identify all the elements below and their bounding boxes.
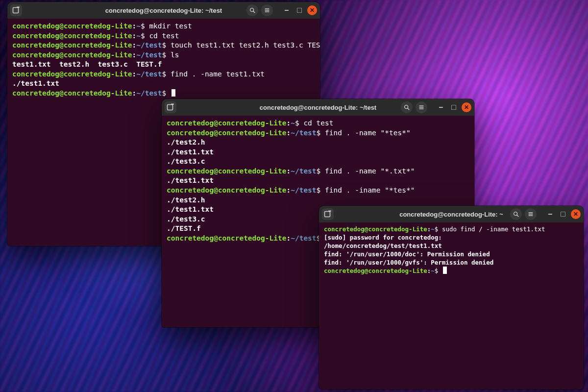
- command-text: touch test1.txt test2.h test3.c TEST.f: [171, 41, 320, 49]
- prompt-user: concretedog: [167, 234, 214, 242]
- svg-line-5: [253, 11, 255, 13]
- new-tab-button[interactable]: [10, 4, 22, 16]
- window-title: concretedog@concretedog-Lite: ~/test: [260, 104, 376, 111]
- menu-button[interactable]: [525, 208, 537, 220]
- prompt-host: concretedog-Lite: [368, 267, 427, 274]
- svg-line-23: [517, 215, 518, 217]
- prompt-cwd: ~/test: [291, 129, 316, 137]
- prompt-user: concretedog: [12, 32, 59, 40]
- output-text: ./test2.h: [167, 196, 205, 204]
- new-tab-icon: [324, 210, 332, 218]
- search-icon: [403, 104, 410, 111]
- output-text: find: '/run/user/1000/doc': Permission d…: [324, 250, 490, 258]
- output-text: /home/concretedog/test/test1.txt: [324, 242, 442, 249]
- terminal-window-3[interactable]: concretedog@concretedog-Lite: ~: [319, 206, 584, 389]
- terminal-line: ./test1.txt: [12, 79, 315, 89]
- output-text: [sudo] password for concretedog:: [324, 234, 442, 241]
- new-tab-button[interactable]: [322, 208, 334, 220]
- output-text: ./test3.c: [167, 215, 205, 223]
- terminal-line: ./test3.c: [167, 157, 469, 167]
- command-text: find . -iname "*tes*": [325, 186, 415, 194]
- prompt-user: concretedog: [324, 267, 365, 274]
- command-text: cd test: [149, 32, 179, 40]
- terminal-line: concretedog@concretedog-Lite:~$ mkdir te…: [12, 22, 315, 31]
- prompt-cwd: ~/test: [136, 70, 162, 78]
- minimize-icon: –: [285, 6, 289, 14]
- cursor: [443, 267, 447, 274]
- close-icon: ✕: [464, 104, 469, 110]
- prompt-host: concretedog-Lite: [64, 41, 132, 49]
- prompt-host: concretedog-Lite: [64, 70, 132, 78]
- new-tab-button[interactable]: [165, 101, 176, 113]
- titlebar[interactable]: concretedog@concretedog-Lite: ~/test: [162, 99, 474, 116]
- prompt-cwd: ~: [431, 225, 435, 233]
- terminal-line: concretedog@concretedog-Lite:~/test$ ls: [12, 50, 315, 60]
- prompt-host: concretedog-Lite: [368, 225, 427, 233]
- prompt-cwd: ~: [136, 22, 141, 30]
- svg-rect-18: [325, 212, 330, 217]
- terminal-line: find: '/run/user/1000/doc': Permission d…: [324, 250, 579, 259]
- prompt-user: concretedog: [12, 89, 59, 97]
- output-text: ./test1.txt: [167, 176, 214, 184]
- menu-button[interactable]: [261, 4, 273, 16]
- prompt-user: concretedog: [12, 41, 59, 49]
- maximize-button[interactable]: □: [449, 101, 459, 113]
- cursor: [172, 89, 175, 97]
- prompt-cwd: ~: [431, 267, 435, 274]
- prompt-cwd: ~/test: [136, 41, 162, 49]
- command-text: find . -name "*.txt*": [325, 167, 415, 175]
- minimize-button[interactable]: –: [545, 208, 555, 220]
- command-text: find . -name test1.txt: [171, 70, 265, 78]
- prompt-cwd: ~/test: [136, 89, 162, 97]
- prompt-host: concretedog-Lite: [64, 51, 132, 59]
- prompt-cwd: ~/test: [291, 167, 316, 175]
- prompt-host: concretedog-Lite: [64, 22, 132, 30]
- minimize-icon: –: [439, 103, 443, 111]
- command-text: mkdir test: [149, 22, 192, 30]
- close-icon: ✕: [573, 211, 578, 217]
- prompt-user: concretedog: [167, 186, 214, 194]
- search-button[interactable]: [510, 208, 522, 220]
- terminal-line: concretedog@concretedog-Lite:~$ cd test: [167, 119, 469, 128]
- terminal-line: concretedog@concretedog-Lite:~/test$ fin…: [167, 128, 469, 138]
- titlebar[interactable]: concretedog@concretedog-Lite: ~/test: [7, 2, 320, 19]
- titlebar[interactable]: concretedog@concretedog-Lite: ~: [319, 206, 584, 222]
- maximize-icon: □: [561, 210, 565, 218]
- terminal-line: concretedog@concretedog-Lite:~/test$ fin…: [167, 186, 469, 196]
- search-button[interactable]: [401, 101, 413, 113]
- maximize-button[interactable]: □: [294, 4, 304, 16]
- search-button[interactable]: [246, 4, 258, 16]
- maximize-icon: □: [297, 6, 302, 14]
- close-button[interactable]: ✕: [571, 209, 581, 219]
- prompt-host: concretedog-Lite: [218, 119, 287, 127]
- command-text: sudo find / -iname test1.txt: [442, 225, 545, 233]
- terminal-body[interactable]: concretedog@concretedog-Lite:~$ mkdir te…: [7, 19, 320, 105]
- prompt-cwd: ~: [291, 119, 295, 127]
- output-text: ./test2.h: [167, 138, 205, 146]
- prompt-cwd: ~/test: [291, 234, 316, 242]
- output-text: ./test1.txt: [12, 79, 59, 87]
- terminal-line: find: '/run/user/1000/gvfs': Permission …: [324, 259, 579, 267]
- output-text: ./test1.txt: [167, 148, 214, 156]
- close-icon: ✕: [310, 7, 315, 13]
- minimize-button[interactable]: –: [282, 4, 292, 16]
- output-text: test1.txt test2.h test3.c TEST.f: [12, 60, 162, 68]
- terminal-line: concretedog@concretedog-Lite:~$ sudo fin…: [324, 225, 579, 234]
- command-text: ls: [171, 51, 179, 59]
- terminal-line: ./test2.h: [167, 138, 469, 147]
- minimize-button[interactable]: –: [436, 101, 446, 113]
- minimize-icon: –: [548, 210, 553, 218]
- terminal-line: concretedog@concretedog-Lite:~/test$ fin…: [167, 167, 469, 176]
- maximize-button[interactable]: □: [558, 208, 568, 220]
- prompt-user: concretedog: [167, 119, 214, 127]
- prompt-host: concretedog-Lite: [218, 234, 287, 242]
- menu-button[interactable]: [416, 101, 427, 113]
- terminal-body[interactable]: concretedog@concretedog-Lite:~$ sudo fin…: [319, 222, 584, 282]
- close-button[interactable]: ✕: [307, 5, 317, 15]
- prompt-user: concretedog: [167, 167, 214, 175]
- prompt-cwd: ~/test: [291, 186, 316, 194]
- terminal-line: concretedog@concretedog-Lite:~/test$: [12, 89, 315, 98]
- terminal-line: ./test1.txt: [167, 176, 469, 186]
- terminal-line: concretedog@concretedog-Lite:~$ cd test: [12, 31, 315, 41]
- close-button[interactable]: ✕: [462, 102, 471, 112]
